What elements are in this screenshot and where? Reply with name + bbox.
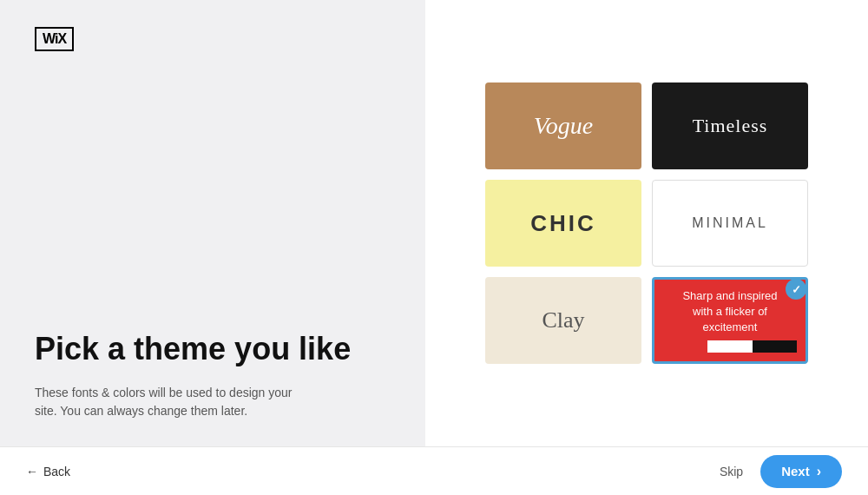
clay-label: Clay bbox=[542, 307, 584, 333]
chic-label: CHIC bbox=[530, 210, 596, 237]
wix-logo-text: WiX bbox=[35, 27, 74, 51]
vogue-label: Vogue bbox=[534, 112, 593, 140]
back-label: Back bbox=[43, 465, 70, 478]
left-text-area: Pick a theme you like These fonts & colo… bbox=[35, 331, 391, 420]
theme-selected[interactable]: Sharp and inspired with a flicker of exc… bbox=[652, 277, 808, 364]
selected-checkmark bbox=[786, 279, 806, 300]
theme-vogue[interactable]: Vogue bbox=[485, 82, 641, 169]
swatch-red bbox=[663, 340, 707, 353]
back-button[interactable]: ← Back bbox=[26, 465, 70, 478]
selected-content: Sharp and inspired with a flicker of exc… bbox=[654, 280, 806, 361]
theme-clay[interactable]: Clay bbox=[485, 277, 641, 364]
page-heading: Pick a theme you like bbox=[35, 331, 391, 366]
main-content: WiX Pick a theme you like These fonts & … bbox=[0, 0, 868, 446]
themes-grid: Vogue Timeless CHIC MINIMAL Clay bbox=[485, 82, 808, 364]
back-arrow-icon: ← bbox=[26, 465, 38, 478]
theme-chic[interactable]: CHIC bbox=[485, 180, 641, 267]
timeless-label: Timeless bbox=[693, 115, 768, 137]
skip-button[interactable]: Skip bbox=[720, 465, 743, 478]
next-label: Next bbox=[781, 464, 810, 478]
minimal-label: MINIMAL bbox=[692, 215, 768, 231]
left-panel: WiX Pick a theme you like These fonts & … bbox=[0, 0, 425, 446]
theme-timeless[interactable]: Timeless bbox=[652, 82, 808, 169]
selected-description: Sharp and inspired with a flicker of exc… bbox=[663, 288, 797, 336]
wix-logo: WiX bbox=[35, 26, 391, 51]
footer-right: Skip Next › bbox=[720, 455, 842, 488]
swatch-black bbox=[753, 340, 797, 353]
selected-color-bar bbox=[663, 340, 797, 353]
chevron-right-icon: › bbox=[817, 464, 821, 479]
theme-minimal[interactable]: MINIMAL bbox=[652, 180, 808, 267]
swatch-white bbox=[707, 340, 752, 353]
next-button[interactable]: Next › bbox=[760, 455, 842, 488]
page-subtext: These fonts & colors will be used to des… bbox=[35, 384, 312, 420]
footer: ← Back Skip Next › bbox=[0, 446, 868, 495]
right-panel: Vogue Timeless CHIC MINIMAL Clay bbox=[425, 0, 868, 446]
